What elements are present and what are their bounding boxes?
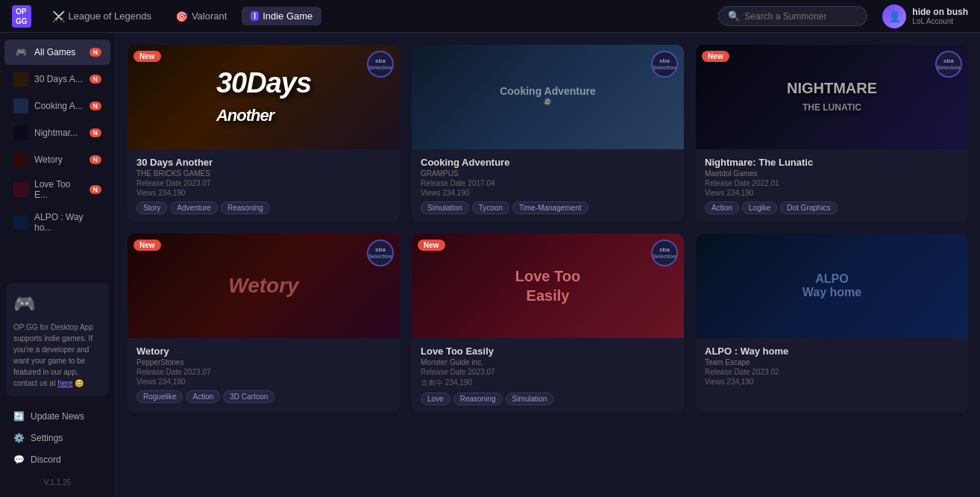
promo-link[interactable]: here: [57, 379, 72, 387]
badge-sba: sbaSelection: [651, 240, 678, 266]
tag: Reasoning: [221, 201, 270, 214]
badge-n-all-games: N: [89, 48, 102, 57]
game-title: Nightmare: The Lunatic: [705, 157, 959, 168]
sidebar-discord[interactable]: 💬 Discord: [4, 449, 110, 470]
game-release: Release Date 2017.04: [421, 179, 675, 187]
game-tags: LoveReasoningSimulation: [421, 393, 675, 405]
game-card-nightmare[interactable]: NIGHTMARETHE LUNATIC New sbaSelection Ni…: [696, 45, 968, 222]
tag: Simulation: [421, 201, 469, 214]
search-input[interactable]: [744, 11, 858, 22]
username: hide on bush: [912, 7, 968, 17]
tag: Dot Graphics: [780, 201, 837, 214]
topnav: OPGG ⚔️ League of Legends 🎯 Valorant I I…: [0, 0, 980, 33]
tag: Reasoning: [453, 393, 503, 405]
badge-n-love: N: [89, 185, 102, 194]
game-dev: Team Escape: [705, 358, 959, 366]
badge-new: New: [418, 240, 445, 251]
sidebar-item-all-games[interactable]: 🎮 All Games N: [4, 40, 110, 65]
lol-icon: ⚔️: [52, 10, 65, 22]
badge-new: New: [134, 51, 161, 62]
game-info: Cooking Adventure GRAMPUS Release Date 2…: [412, 149, 684, 222]
sidebar-item-nightmare[interactable]: Nightmar... N: [4, 120, 110, 146]
tag: Action: [186, 390, 220, 403]
nav-tab-indie[interactable]: I Indie Game: [242, 7, 321, 25]
logo-box: OPGG: [12, 5, 31, 28]
game-card-cooking[interactable]: Cooking Adventure🍳 sbaSelection Cooking …: [412, 45, 684, 222]
game-title: Love Too Easily: [421, 346, 675, 357]
game-views: Views 234,190: [136, 378, 391, 386]
nav-tab-valorant[interactable]: 🎯 Valorant: [166, 7, 236, 26]
settings-label: Settings: [31, 433, 63, 443]
game-title: Cooking Adventure: [421, 157, 675, 168]
game-release: Release Date 2023.07: [421, 368, 675, 376]
game-title: 30 Days Another: [136, 157, 391, 168]
tag: Story: [136, 201, 167, 214]
sidebar-item-all-games-label: All Games: [34, 47, 75, 57]
badge-new: New: [134, 240, 161, 251]
all-games-icon: 🎮: [13, 45, 28, 60]
game-tags: ActionLogikeDot Graphics: [705, 201, 959, 214]
game-info: ALPO : Way home Team Escape Release Date…: [696, 338, 968, 398]
badge-n-30days: N: [89, 75, 102, 84]
nav-tab-lol-label: League of Legends: [69, 10, 151, 22]
tag: Time-Management: [512, 201, 588, 214]
badge-sba: sbaSelection: [651, 51, 678, 78]
tag: Simulation: [506, 393, 554, 405]
settings-icon: ⚙️: [13, 433, 25, 443]
avatar: 👤: [882, 4, 906, 28]
game-info: Nightmare: The Lunatic Maetdol Games Rel…: [696, 149, 968, 222]
user-info[interactable]: 👤 hide on bush LoL Account: [882, 4, 968, 28]
love-thumb-icon: [13, 182, 28, 197]
game-card-30days[interactable]: 30DaysAnother New sbaSelection 30 Days A…: [128, 45, 400, 222]
game-card-wetory[interactable]: Wetory New sbaSelection Wetory PepperSto…: [128, 234, 400, 413]
badge-sba: sbaSelection: [367, 51, 394, 78]
sidebar-item-nightmare-label: Nightmar...: [34, 128, 78, 138]
game-thumb: Cooking Adventure🍳 sbaSelection: [412, 45, 684, 149]
promo-icon: 🎮: [13, 290, 101, 317]
version-text: V.1.1.25: [0, 474, 115, 491]
game-card-alpo[interactable]: ALPOWay home ALPO : Way home Team Escape…: [696, 234, 968, 413]
tag: Roguelike: [136, 390, 183, 403]
indie-icon: I: [251, 11, 259, 21]
sidebar-promo: 🎮 OP:GG for Desktop App supports indie g…: [6, 283, 109, 396]
game-card-love-too[interactable]: Love TooEasily New sbaSelection Love Too…: [412, 234, 684, 413]
tag: Tycoon: [472, 201, 509, 214]
sidebar-settings[interactable]: ⚙️ Settings: [4, 428, 110, 448]
sidebar-bottom: 🔄 Update News ⚙️ Settings 💬 Discord: [0, 402, 115, 474]
game-tags: SimulationTycoonTime-Management: [421, 201, 675, 214]
search-icon: 🔍: [728, 10, 740, 22]
cooking-thumb-icon: [13, 99, 28, 113]
sidebar-item-wetory[interactable]: Wetory N: [4, 147, 110, 172]
tag: 3D Cartoon: [223, 390, 274, 403]
badge-sba: sbaSelection: [367, 240, 394, 266]
user-text: hide on bush LoL Account: [912, 7, 968, 25]
game-dev: Monster Guide inc.: [421, 358, 675, 366]
game-thumb: ALPOWay home: [696, 234, 968, 338]
app-logo[interactable]: OPGG: [12, 5, 31, 28]
update-news-label: Update News: [31, 411, 84, 422]
game-thumb: Love TooEasily New sbaSelection: [412, 234, 684, 338]
sidebar-item-love[interactable]: Love Too E... N: [4, 174, 110, 205]
sidebar-item-alpo[interactable]: ALPO : Way ho...: [4, 207, 110, 238]
game-release: Release Date 2023.07: [136, 179, 391, 187]
game-dev: GRAMPUS: [421, 169, 675, 178]
badge-new: New: [702, 51, 729, 62]
nav-tab-indie-label: Indie Game: [263, 10, 312, 22]
game-views: Views 234,190: [705, 378, 959, 386]
sidebar-item-cooking[interactable]: Cooking A... N: [4, 93, 110, 119]
sidebar-item-30days[interactable]: 30 Days A... N: [4, 66, 110, 92]
game-tags: RoguelikeAction3D Cartoon: [136, 390, 391, 403]
game-dev: Maetdol Games: [705, 169, 959, 178]
sidebar-update-news[interactable]: 🔄 Update News: [4, 406, 110, 427]
game-info: Love Too Easily Monster Guide inc. Relea…: [412, 338, 684, 413]
alpo-thumb-icon: [13, 215, 28, 230]
game-thumb: NIGHTMARETHE LUNATIC New sbaSelection: [696, 45, 968, 149]
game-views: Views 234,190: [136, 189, 391, 197]
promo-emoji: 😊: [75, 379, 84, 387]
search-bar[interactable]: 🔍: [718, 6, 867, 26]
nav-tab-lol[interactable]: ⚔️ League of Legends: [43, 7, 160, 26]
sidebar-item-wetory-label: Wetory: [34, 154, 63, 165]
main-layout: 🎮 All Games N 30 Days A... N Cooking A..…: [0, 33, 980, 497]
game-views: Views 234,190: [705, 189, 959, 197]
game-title: ALPO : Way home: [705, 346, 959, 357]
